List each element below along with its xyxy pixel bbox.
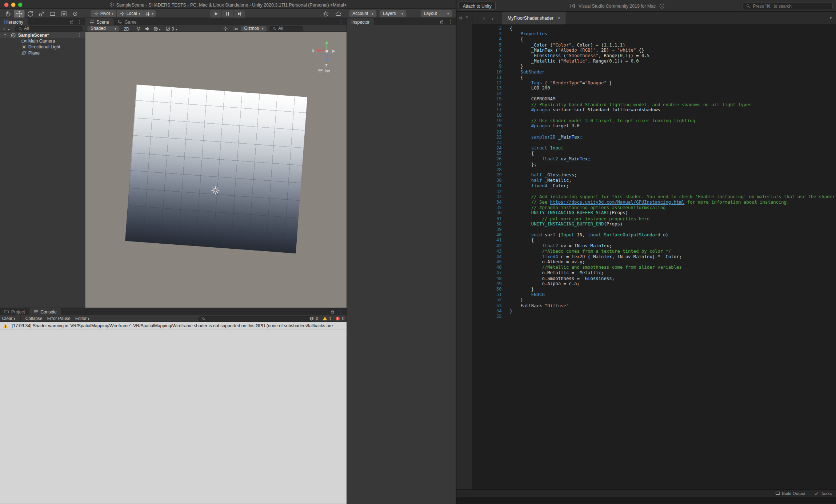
console-menu-icon[interactable]: ⋮ (339, 308, 343, 315)
step-button[interactable] (233, 10, 245, 17)
vs-run-configuration[interactable]: Visual Studio Community 2019 for Mac (532, 0, 703, 12)
component-tools-icon[interactable] (223, 26, 228, 31)
scene-menu-icon[interactable]: ⋮ (339, 18, 343, 25)
local-toggle-button[interactable]: Local▾ (116, 10, 143, 17)
custom-tool-button[interactable] (70, 10, 80, 17)
axis-negative-cone[interactable] (332, 49, 335, 53)
axis-center-handle[interactable] (325, 49, 328, 53)
hierarchy-item-main-camera[interactable]: Main Camera (0, 38, 85, 44)
projection-mode-label[interactable]: Iso (325, 69, 330, 73)
console-log-entry[interactable]: [17:09:34] Shader warning in 'VR/Spatial… (0, 322, 347, 330)
code-line: o.Albedo = uv.y; (510, 259, 836, 265)
draw-mode-dropdown[interactable]: Shaded▾ (87, 26, 119, 31)
scene-search-input[interactable]: All (269, 26, 303, 31)
tab-hierarchy[interactable]: Hierarchy (0, 18, 28, 25)
lighting-toggle-icon[interactable] (136, 26, 141, 31)
rect-tool-button[interactable] (47, 10, 58, 17)
cloud-services-button[interactable] (333, 10, 344, 17)
lock-icon[interactable] (439, 19, 444, 24)
move-tool-button[interactable] (14, 10, 24, 17)
pause-button[interactable] (222, 10, 233, 17)
tab-project[interactable]: Project (0, 308, 29, 315)
editor-dropdown[interactable]: Editor▾ (75, 316, 89, 321)
console-search-input[interactable] (198, 316, 313, 321)
error-pause-button[interactable]: Error Pause (47, 316, 71, 321)
tasks-button[interactable]: Tasks (814, 491, 832, 496)
axis-y-cone[interactable] (325, 40, 328, 44)
progress-activity-button[interactable] (320, 10, 331, 17)
gizmos-dropdown[interactable]: Gizmos▾ (241, 26, 267, 31)
code-line: sampler2D _MainTex; (510, 134, 836, 140)
close-tab-icon[interactable]: × (558, 16, 561, 21)
clear-button[interactable]: Clear▾ (2, 316, 15, 321)
lock-icon[interactable] (69, 19, 74, 24)
docked-pad-icon[interactable] (459, 16, 463, 20)
axis-z-cone[interactable] (326, 59, 329, 62)
scene-menu-icon[interactable]: ⋮ (77, 32, 82, 38)
hierarchy-item-scene[interactable]: ▾ SampleScene* ⋮ (0, 32, 85, 38)
code-lines[interactable]: { Properties { _Color ("Color", Color) =… (510, 25, 836, 319)
play-button[interactable] (210, 10, 221, 17)
step-icon (236, 11, 242, 16)
toggle-2d-button[interactable]: 2D (124, 27, 129, 31)
tab-scene[interactable]: Scene (85, 18, 113, 25)
build-output-button[interactable]: Build Output (775, 491, 805, 496)
vs-search-input[interactable]: Press '⌘.' to search (742, 2, 833, 10)
scale-icon (39, 11, 45, 17)
camera-icon (21, 38, 27, 44)
foldout-arrow-icon[interactable]: ▾ (4, 32, 6, 36)
inspector-menu-icon[interactable]: ⋮ (448, 18, 453, 25)
hidden-objects-icon[interactable] (165, 26, 171, 31)
divider (20, 316, 20, 321)
tab-game[interactable]: Game (113, 18, 141, 25)
code-editor[interactable]: 2345678910111213141516171819202122232425… (472, 24, 836, 489)
rotate-icon (27, 11, 34, 17)
editor-tab-myfloorshader[interactable]: MyFloorShader.shader × (502, 12, 566, 24)
collapse-button[interactable]: Collapse (25, 316, 43, 321)
create-object-button[interactable]: + (3, 25, 5, 31)
effects-toggle-icon[interactable] (153, 26, 159, 31)
hierarchy-search-input[interactable]: All (15, 26, 83, 31)
circle-plus-icon[interactable] (659, 3, 665, 9)
scene-orientation-gizmo[interactable]: X Z Iso (311, 37, 343, 74)
lock-icon[interactable] (330, 309, 335, 314)
directional-light-gizmo[interactable] (211, 185, 220, 195)
close-pad-icon[interactable]: × (465, 15, 468, 19)
game-tab-label: Game (124, 19, 136, 24)
account-dropdown[interactable]: Account▾ (349, 10, 376, 17)
rotate-tool-button[interactable] (25, 10, 36, 17)
layers-dropdown[interactable]: Layers▾ (380, 10, 406, 17)
hierarchy-item-directional-light[interactable]: Directional Light (0, 44, 85, 49)
layout-dropdown[interactable]: Layout▾ (421, 10, 452, 17)
grid-icon (145, 11, 151, 16)
attach-to-unity-button[interactable]: Attach to Unity (459, 1, 496, 9)
code-line: #pragma target 3.0 (510, 123, 836, 129)
error-count-toggle[interactable]: 0 (336, 316, 344, 321)
chevron-down-icon[interactable]: ▾ (175, 27, 177, 31)
tab-list-dropdown-icon[interactable]: ▾ (830, 12, 832, 24)
scene-viewport[interactable]: X Z Iso (85, 32, 347, 308)
scene-camera-icon[interactable] (232, 26, 238, 31)
navigate-forward-icon[interactable]: › (492, 12, 493, 24)
scale-tool-button[interactable] (36, 10, 47, 17)
chevron-down-icon[interactable]: ▾ (159, 27, 160, 31)
chevron-down-icon[interactable]: ▾ (8, 27, 9, 31)
warning-count-toggle[interactable]: 1 (323, 316, 331, 321)
pivot-toggle-button[interactable]: Pivot▾ (91, 10, 116, 17)
transform-tool-button[interactable] (59, 10, 69, 17)
axis-x-cone[interactable] (316, 49, 320, 52)
hierarchy-item-plane[interactable]: Plane (0, 49, 85, 55)
tab-inspector[interactable]: Inspector (347, 18, 374, 25)
info-count-toggle[interactable]: 0 (309, 316, 318, 321)
line-numbers: 2345678910111213141516171819202122232425… (472, 25, 502, 319)
audio-toggle-icon[interactable] (144, 26, 150, 31)
vs-statusbar: Build Output Tasks (456, 489, 836, 497)
navigate-back-icon[interactable]: ‹ (483, 12, 485, 24)
hand-tool-button[interactable] (3, 10, 13, 17)
custom-tool-icon (72, 11, 79, 17)
plane-object[interactable] (125, 85, 307, 253)
code-line: { (510, 237, 836, 243)
tab-console[interactable]: Console (29, 308, 61, 315)
hierarchy-menu-icon[interactable]: ⋮ (77, 18, 81, 25)
grid-snap-button[interactable]: ▾ (143, 10, 156, 17)
